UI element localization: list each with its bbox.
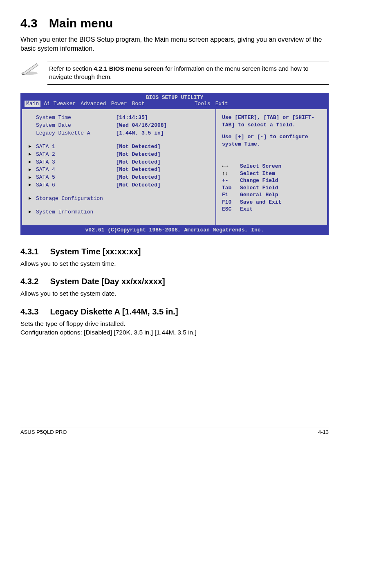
bios-sata-label: SATA 1 xyxy=(36,143,114,151)
bios-sata-row[interactable]: ▶SATA 2[Not Detected] xyxy=(29,151,209,159)
bios-sata-row[interactable]: ▶SATA 4[Not Detected] xyxy=(29,166,209,174)
triangle-right-icon: ▶ xyxy=(29,195,34,202)
bios-field-row[interactable]: System Time[14:14:35] xyxy=(29,114,209,122)
bios-help-key: Tab xyxy=(222,184,236,192)
bios-sata-row[interactable]: ▶SATA 1[Not Detected] xyxy=(29,143,209,151)
bios-tab-bar: Main Ai Tweaker Advanced Power Boot Tool… xyxy=(21,101,328,108)
bios-submenu-row[interactable]: ▶Storage Configuration xyxy=(29,195,209,203)
bios-help-row: ↑↓Select Item xyxy=(222,170,322,177)
triangle-right-icon: ▶ xyxy=(29,159,34,166)
bios-sata-value: [Not Detected] xyxy=(116,151,209,159)
bios-help-panel: Use [ENTER], [TAB] or [SHIFT-TAB] to sel… xyxy=(215,108,328,226)
heading-title: Main menu xyxy=(49,16,113,30)
section-heading: 4.3.3Legacy Diskette A [1.44M, 3.5 in.] xyxy=(20,307,329,316)
bios-help-desc: Change Field xyxy=(240,177,278,184)
bios-sata-row[interactable]: ▶SATA 5[Not Detected] xyxy=(29,174,209,182)
bios-submenu-label: System Information xyxy=(36,209,209,216)
bios-help-desc: Select Screen xyxy=(240,163,281,170)
bios-field-label: System Time xyxy=(36,114,114,122)
section-body: Allows you to set the system date. xyxy=(20,290,329,298)
bios-field-label: Legacy Diskette A xyxy=(36,130,114,137)
bios-sata-label: SATA 2 xyxy=(36,151,114,159)
section-number: 4.3.1 xyxy=(20,247,38,256)
bios-field-value: [1.44M, 3.5 in] xyxy=(116,130,209,137)
bios-field-row[interactable]: Legacy Diskette A[1.44M, 3.5 in] xyxy=(29,130,209,137)
bios-sata-value: [Not Detected] xyxy=(116,174,209,182)
bios-tab[interactable]: Ai Tweaker xyxy=(42,101,77,107)
bios-tab[interactable]: Advanced xyxy=(79,101,108,107)
pencil-note-icon xyxy=(20,61,40,77)
section-title: System Date [Day xx/xx/xxxx] xyxy=(50,277,165,286)
heading-number: 4.3 xyxy=(20,16,38,30)
note-pre: Refer to section xyxy=(49,65,94,72)
bios-field-value: [Wed 04/16/2008] xyxy=(116,122,209,130)
bios-footer: v02.61 (C)Copyright 1985-2008, American … xyxy=(21,226,328,234)
triangle-right-icon: ▶ xyxy=(29,209,34,215)
section-heading: 4.3.1System Time [xx:xx:xx] xyxy=(20,247,329,256)
bios-submenu-row[interactable]: ▶System Information xyxy=(29,209,209,216)
bios-help-desc: Select Field xyxy=(240,184,278,192)
section-body: Sets the type of floppy drive installed.… xyxy=(20,320,329,337)
bios-sata-value: [Not Detected] xyxy=(116,182,209,189)
triangle-right-icon: ▶ xyxy=(29,175,34,181)
triangle-right-icon: ▶ xyxy=(29,182,34,189)
bios-sata-value: [Not Detected] xyxy=(116,159,209,166)
bios-help-desc: Exit xyxy=(240,206,253,213)
bios-help-row: F10Save and Exit xyxy=(222,199,322,206)
bios-field-value: [14:14:35] xyxy=(116,114,209,122)
bios-submenu-label: Storage Configuration xyxy=(36,195,209,203)
bios-tab[interactable]: Tools xyxy=(193,101,212,107)
bios-sata-row[interactable]: ▶SATA 6[Not Detected] xyxy=(29,182,209,189)
bios-help-desc: Select Item xyxy=(240,170,275,177)
bios-sata-value: [Not Detected] xyxy=(116,143,209,151)
bios-help-key: ESC xyxy=(222,206,236,213)
bios-tab[interactable]: Boot xyxy=(130,101,146,107)
triangle-right-icon: ▶ xyxy=(29,167,34,173)
bios-field-label: System Date xyxy=(36,122,114,130)
note: Refer to section 4.2.1 BIOS menu screen … xyxy=(20,61,329,85)
bios-screenshot: BIOS SETUP UTILITY Main Ai Tweaker Advan… xyxy=(20,93,329,234)
triangle-right-icon: ▶ xyxy=(29,151,34,158)
bios-title: BIOS SETUP UTILITY xyxy=(21,94,328,101)
section-title: System Time [xx:xx:xx] xyxy=(50,247,141,256)
section-title: Legacy Diskette A [1.44M, 3.5 in.] xyxy=(50,307,178,316)
bios-help-row: +-Change Field xyxy=(222,177,322,184)
bios-help-desc: General Help xyxy=(240,191,278,199)
section-number: 4.3.3 xyxy=(20,307,38,316)
section-number: 4.3.2 xyxy=(20,277,38,286)
bios-sata-label: SATA 5 xyxy=(36,174,114,182)
bios-field-row[interactable]: System Date[Wed 04/16/2008] xyxy=(29,122,209,130)
bios-right-msg1: Use [ENTER], [TAB] or [SHIFT-TAB] to sel… xyxy=(222,114,322,129)
bios-help-key: ←→ xyxy=(222,163,236,170)
note-bold: 4.2.1 BIOS menu screen xyxy=(94,65,164,72)
bios-sata-value: [Not Detected] xyxy=(116,166,209,174)
bios-help-row: ESCExit xyxy=(222,206,322,213)
bios-help-key: ↑↓ xyxy=(222,170,236,177)
bios-help-row: F1General Help xyxy=(222,191,322,199)
bios-tab[interactable]: Main xyxy=(25,101,40,107)
bios-tab[interactable]: Exit xyxy=(214,101,230,107)
bios-help-key: F1 xyxy=(222,191,236,199)
bios-sata-label: SATA 6 xyxy=(36,182,114,189)
bios-sata-label: SATA 3 xyxy=(36,159,114,166)
bios-sata-label: SATA 4 xyxy=(36,166,114,174)
triangle-right-icon: ▶ xyxy=(29,144,34,150)
page-heading: 4.3Main menu xyxy=(20,16,329,30)
bios-help-row: ←→Select Screen xyxy=(222,163,322,170)
footer-left: ASUS P5QLD PRO xyxy=(20,429,67,435)
page-footer: ASUS P5QLD PRO 4-13 xyxy=(20,427,329,435)
footer-right: 4-13 xyxy=(318,429,329,435)
bios-right-msg2: Use [+] or [-] to configure system Time. xyxy=(222,133,322,148)
bios-help-key: F10 xyxy=(222,199,236,206)
section-heading: 4.3.2System Date [Day xx/xx/xxxx] xyxy=(20,277,329,286)
bios-left-panel: System Time[14:14:35]System Date[Wed 04/… xyxy=(21,108,215,226)
bios-tab[interactable]: Power xyxy=(110,101,129,107)
section-body: Allows you to set the system time. xyxy=(20,260,329,268)
bios-help-desc: Save and Exit xyxy=(240,199,281,206)
bios-help-row: TabSelect Field xyxy=(222,184,322,192)
note-text: Refer to section 4.2.1 BIOS menu screen … xyxy=(47,61,329,85)
bios-sata-row[interactable]: ▶SATA 3[Not Detected] xyxy=(29,159,209,166)
bios-help-block: ←→Select Screen↑↓Select Item+-Change Fie… xyxy=(222,163,322,213)
intro-paragraph: When you enter the BIOS Setup program, t… xyxy=(20,35,329,54)
bios-help-key: +- xyxy=(222,177,236,184)
